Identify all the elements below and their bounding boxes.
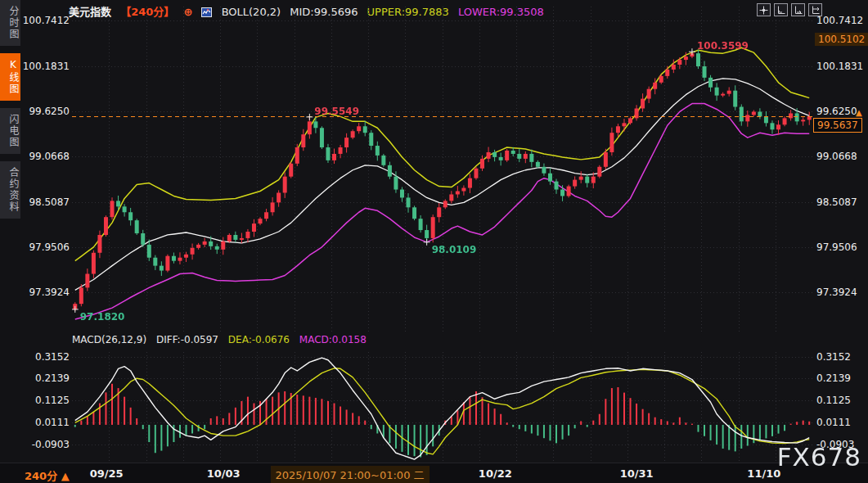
time-axis-label: 10/03 <box>207 467 241 480</box>
macd-dea-value: DEA:-0.0676 <box>228 334 290 345</box>
kline-app: { "palette": { "bg": "#131316", "up_red"… <box>0 0 868 483</box>
macd-axis-tick: 0.1125 <box>816 395 851 406</box>
macd-diff-value: DIFF:-0.0597 <box>156 334 218 345</box>
price-axis-tick: 97.9506 <box>816 242 857 253</box>
price-axis-tick: 98.5087 <box>29 196 70 208</box>
macd-chart-canvas[interactable] <box>72 352 812 461</box>
macd-axis-tick: 0.2139 <box>35 372 70 384</box>
time-axis-label: 10/22 <box>479 467 512 480</box>
macd-macd-value: MACD:0.0158 <box>299 334 367 345</box>
current-price-badge: 99.5637 <box>813 118 862 133</box>
time-axis-label: 09/25 <box>90 467 124 480</box>
macd-axis-tick: 0.3152 <box>35 351 70 363</box>
macd-axis-tick: 0.1125 <box>35 395 70 406</box>
macd-axis-tick: -0.0903 <box>32 439 70 450</box>
time-axis-label: 11/10 <box>747 467 780 480</box>
macd-axis-tick: 0.0111 <box>816 417 851 428</box>
price-axis-tick: 99.0668 <box>816 151 857 162</box>
hover-datetime-badge: 2025/10/07 21:00~01:00 二 <box>271 466 430 483</box>
time-axis-label: 10/31 <box>620 467 654 480</box>
macd-label-bar: MACD(26,12,9) DIFF:-0.0597 DEA:-0.0676 M… <box>72 334 373 345</box>
fx678-watermark: FX678 <box>777 442 861 472</box>
session-high-badge: 100.5102 <box>815 33 868 46</box>
price-axis-tick: 100.1831 <box>816 61 863 72</box>
price-marker-arrow-icon: ▲ <box>856 108 862 117</box>
price-axis-tick: 97.3924 <box>29 287 70 298</box>
price-axis-right: 100.7412100.183199.625099.066898.508797.… <box>816 0 868 463</box>
price-axis-tick: 100.7412 <box>816 15 863 26</box>
price-axis-tick: 98.5087 <box>816 196 857 208</box>
price-axis-tick: 99.0668 <box>29 151 70 162</box>
macd-params-label: MACD(26,12,9) <box>72 334 146 345</box>
macd-axis-tick: 0.2139 <box>816 372 851 384</box>
price-axis-tick: 100.7412 <box>23 15 70 26</box>
period-selector[interactable]: 240分 ▲ <box>25 467 70 483</box>
price-axis-tick: 97.9506 <box>29 242 70 253</box>
time-axis-bar: 240分 ▲ 2025/10/07 21:00~01:00 二 09/2510/… <box>0 463 868 483</box>
price-axis-tick: 100.1831 <box>23 61 70 72</box>
price-axis-left: 100.7412100.183199.625099.066898.508797.… <box>0 0 70 463</box>
kline-chart-canvas[interactable] <box>72 7 812 334</box>
price-axis-tick: 99.6250 <box>816 106 857 117</box>
macd-axis-tick: 0.3152 <box>816 351 851 363</box>
price-axis-tick: 99.6250 <box>29 106 70 117</box>
price-axis-tick: 97.3924 <box>816 287 857 298</box>
macd-axis-tick: 0.0111 <box>35 417 70 428</box>
